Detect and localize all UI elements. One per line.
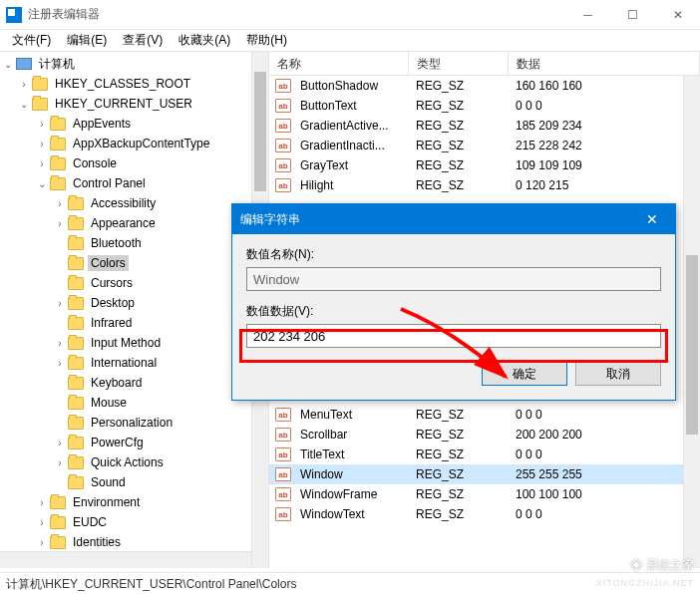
maximize-button[interactable]: ☐ [610, 0, 655, 30]
chevron-down-icon[interactable]: ⌄ [18, 99, 30, 110]
dialog-titlebar[interactable]: 编辑字符串 ✕ [232, 204, 675, 234]
values-scrollbar[interactable] [683, 76, 700, 568]
chevron-right-icon[interactable]: › [54, 457, 66, 468]
chevron-right-icon[interactable]: › [36, 517, 48, 528]
value-row[interactable]: abTitleTextREG_SZ0 0 0 [269, 445, 700, 464]
value-row[interactable]: abScrollbarREG_SZ200 200 200 [269, 425, 700, 445]
value-row[interactable]: abHilightREG_SZ0 120 215 [269, 175, 700, 195]
string-value-icon: ab [275, 467, 291, 481]
ok-button[interactable]: 确定 [482, 362, 567, 386]
value-row[interactable]: abButtonTextREG_SZ0 0 0 [269, 96, 700, 116]
folder-icon [32, 98, 48, 111]
col-name[interactable]: 名称 [269, 52, 409, 75]
tree-label: Appearance [88, 215, 159, 231]
tree-label: EUDC [70, 514, 110, 530]
dialog-title: 编辑字符串 [240, 211, 637, 228]
folder-icon [68, 277, 84, 290]
menu-favorites[interactable]: 收藏夹(A) [171, 30, 238, 51]
chevron-right-icon[interactable]: › [54, 338, 66, 349]
value-row[interactable]: abWindowFrameREG_SZ100 100 100 [269, 484, 700, 504]
tree-hkcr[interactable]: › HKEY_CLASSES_ROOT [0, 74, 268, 94]
col-data[interactable]: 数据 [509, 52, 700, 75]
tree-item[interactable]: ›Personalization [0, 413, 268, 433]
value-row[interactable]: abButtonShadowREG_SZ160 160 160 [269, 76, 700, 96]
value-type: REG_SZ [410, 507, 510, 521]
tree-hkcu[interactable]: ⌄ HKEY_CURRENT_USER [0, 94, 268, 114]
tree-item[interactable]: ›Environment [0, 492, 268, 512]
tree-item[interactable]: ›Accessibility [0, 193, 268, 213]
value-row[interactable]: abGradientInacti...REG_SZ215 228 242 [269, 136, 700, 155]
tree-item[interactable]: ⌄Control Panel [0, 173, 268, 193]
value-type: REG_SZ [410, 467, 510, 481]
tree-item[interactable]: ›Keyboard [0, 373, 268, 393]
tree-item[interactable]: ›Identities [0, 532, 268, 552]
tree-label: Personalization [88, 415, 175, 431]
chevron-right-icon[interactable]: › [36, 497, 48, 508]
string-value-icon: ab [275, 507, 291, 521]
registry-tree[interactable]: ⌄ 计算机 › HKEY_CLASSES_ROOT ⌄ HKEY_CURRENT… [0, 54, 268, 568]
chevron-right-icon[interactable]: › [54, 218, 66, 229]
tree-root[interactable]: ⌄ 计算机 [0, 54, 268, 74]
value-name: Window [294, 467, 410, 481]
value-name: WindowText [294, 507, 410, 521]
tree-item[interactable]: ›Infrared [0, 313, 268, 333]
tree-item[interactable]: ›PowerCfg [0, 433, 268, 452]
value-row[interactable]: abMenuTextREG_SZ0 0 0 [269, 405, 700, 425]
chevron-down-icon[interactable]: ⌄ [36, 178, 48, 189]
tree-item[interactable]: ›AppXBackupContentType [0, 134, 268, 153]
tree-item[interactable]: ›Cursors [0, 273, 268, 293]
chevron-right-icon[interactable]: › [36, 158, 48, 169]
cancel-button[interactable]: 取消 [575, 362, 661, 386]
tree-item[interactable]: ›Appearance [0, 213, 268, 233]
chevron-right-icon[interactable]: › [54, 198, 66, 209]
value-name-input[interactable] [246, 267, 661, 291]
folder-icon [68, 377, 84, 390]
tree-item[interactable]: ›Sound [0, 472, 268, 492]
chevron-right-icon[interactable]: › [54, 298, 66, 309]
chevron-right-icon[interactable]: › [36, 139, 48, 149]
menu-edit[interactable]: 编辑(E) [59, 30, 115, 51]
tree-item[interactable]: ›Quick Actions [0, 452, 268, 472]
chevron-right-icon[interactable]: › [36, 537, 48, 548]
value-row[interactable]: abGradientActive...REG_SZ185 209 234 [269, 116, 700, 136]
tree-item[interactable]: ›Mouse [0, 393, 268, 413]
folder-icon [68, 417, 84, 430]
chevron-down-icon[interactable]: ⌄ [2, 59, 14, 70]
close-button[interactable]: ✕ [655, 0, 700, 30]
folder-icon [68, 397, 84, 410]
value-row[interactable]: abWindowTextREG_SZ0 0 0 [269, 504, 700, 524]
values-list-lower[interactable]: abMenuTextREG_SZ0 0 0abScrollbarREG_SZ20… [269, 405, 700, 524]
tree-item[interactable]: ›International [0, 353, 268, 373]
value-data: 0 0 0 [510, 447, 700, 461]
value-type: REG_SZ [410, 158, 510, 172]
value-row[interactable]: abGrayTextREG_SZ109 109 109 [269, 155, 700, 175]
tree-item[interactable]: ›EUDC [0, 512, 268, 532]
menu-file[interactable]: 文件(F) [4, 30, 59, 51]
value-row[interactable]: abWindowREG_SZ255 255 255 [269, 464, 700, 484]
menu-view[interactable]: 查看(V) [115, 30, 171, 51]
dialog-close-icon[interactable]: ✕ [637, 211, 667, 227]
tree-item[interactable]: ›Console [0, 153, 268, 173]
value-name: GradientActive... [294, 119, 410, 133]
tree-label: Desktop [88, 295, 138, 311]
tree-label: Control Panel [70, 175, 149, 191]
chevron-right-icon[interactable]: › [18, 79, 30, 90]
minimize-button[interactable]: ─ [565, 0, 610, 30]
chevron-right-icon[interactable]: › [54, 358, 66, 369]
value-data-input[interactable] [246, 324, 661, 348]
tree-label: Colors [88, 255, 129, 271]
folder-icon [32, 78, 48, 91]
chevron-right-icon[interactable]: › [54, 438, 66, 448]
folder-icon [68, 317, 84, 330]
tree-item[interactable]: ›Bluetooth [0, 233, 268, 253]
col-type[interactable]: 类型 [409, 52, 509, 75]
tree-hscrollbar[interactable] [0, 551, 251, 568]
tree-item[interactable]: ›AppEvents [0, 114, 268, 134]
menu-help[interactable]: 帮助(H) [238, 30, 295, 51]
chevron-right-icon[interactable]: › [36, 119, 48, 130]
tree-label: Identities [70, 534, 124, 550]
tree-item[interactable]: ›Desktop [0, 293, 268, 313]
values-list[interactable]: abButtonShadowREG_SZ160 160 160abButtonT… [269, 76, 700, 195]
tree-item[interactable]: ›Colors [0, 253, 268, 273]
tree-item[interactable]: ›Input Method [0, 333, 268, 353]
